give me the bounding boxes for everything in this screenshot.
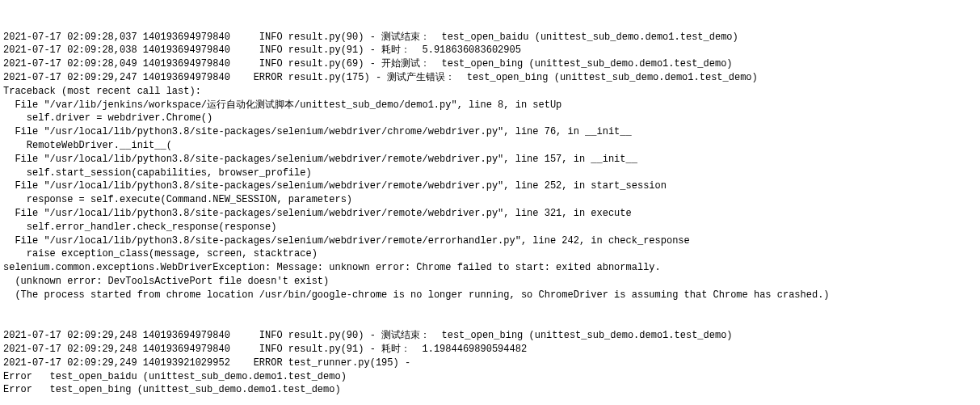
log-line: 2021-07-17 02:09:29,249 140193921029952 …: [3, 356, 977, 370]
log-output: 2021-07-17 02:09:28,037 140193694979840 …: [3, 31, 977, 398]
log-line: File "/usr/local/lib/python3.8/site-pack…: [3, 207, 977, 221]
log-line: RemoteWebDriver.__init__(: [3, 139, 977, 153]
log-line: File "/var/lib/jenkins/workspace/运行自动化测试…: [3, 99, 977, 112]
log-line: File "/usr/local/lib/python3.8/site-pack…: [3, 179, 977, 193]
log-line: 2021-07-17 02:09:29,248 140193694979840 …: [3, 343, 977, 356]
log-line: Traceback (most recent call last):: [3, 85, 977, 99]
log-line: Error test_open_baidu (unittest_sub_demo…: [3, 370, 977, 384]
log-line: self.error_handler.check_response(respon…: [3, 221, 977, 234]
log-line: File "/usr/local/lib/python3.8/site-pack…: [3, 234, 977, 248]
log-line: File "/usr/local/lib/python3.8/site-pack…: [3, 125, 977, 139]
log-line: 2021-07-17 02:09:28,038 140193694979840 …: [3, 44, 977, 57]
log-line: 2021-07-17 02:09:29,247 140193694979840 …: [3, 71, 977, 85]
log-line: [3, 315, 977, 329]
log-line: File "/usr/local/lib/python3.8/site-pack…: [3, 153, 977, 167]
log-line: [3, 302, 977, 316]
log-line: 2021-07-17 02:09:28,037 140193694979840 …: [3, 31, 977, 44]
log-line: 2021-07-17 02:09:28,049 140193694979840 …: [3, 57, 977, 71]
log-line: raise exception_class(message, screen, s…: [3, 247, 977, 261]
log-line: Error test_open_bing (unittest_sub_demo.…: [3, 383, 977, 397]
log-line: selenium.common.exceptions.WebDriverExce…: [3, 261, 977, 275]
log-line: self.start_session(capabilities, browser…: [3, 167, 977, 180]
log-line: (The process started from chrome locatio…: [3, 289, 977, 302]
log-line: 2021-07-17 02:09:29,248 140193694979840 …: [3, 329, 977, 343]
log-line: self.driver = webdriver.Chrome(): [3, 112, 977, 125]
log-line: response = self.execute(Command.NEW_SESS…: [3, 193, 977, 207]
log-line: (unknown error: DevToolsActivePort file …: [3, 275, 977, 289]
